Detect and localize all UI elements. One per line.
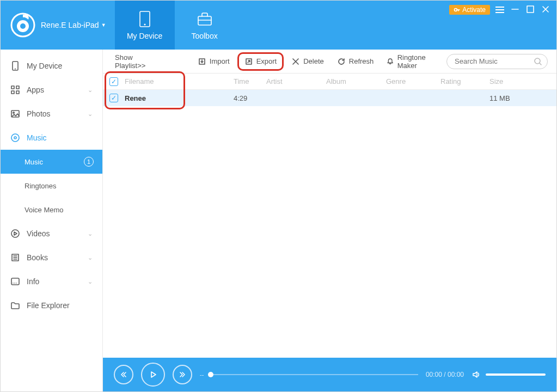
next-button[interactable] xyxy=(173,365,192,384)
svg-point-21 xyxy=(13,112,15,114)
sidebar-item-books[interactable]: Books ⌄ xyxy=(1,246,102,270)
sidebar-sub-label: Music xyxy=(25,158,43,166)
table-header: ✓ Filename Time Artist Album Genre Ratin… xyxy=(103,74,556,90)
sidebar-label: Music xyxy=(27,133,47,142)
toolbox-icon xyxy=(195,10,214,28)
col-size[interactable]: Size xyxy=(489,77,533,85)
sidebar-item-apps[interactable]: Apps ⌄ xyxy=(1,78,102,102)
sidebar-sub-label: Ringtones xyxy=(25,182,57,190)
device-label: Rene.E Lab-iPad xyxy=(41,21,99,29)
progress-slider[interactable] xyxy=(208,374,418,375)
sidebar-sub-music[interactable]: Music 1 xyxy=(1,150,102,174)
svg-point-23 xyxy=(14,137,16,139)
window-controls: Activate xyxy=(449,1,556,50)
apps-icon xyxy=(10,85,20,95)
chevron-down-icon: ⌄ xyxy=(88,254,93,261)
svg-rect-17 xyxy=(16,86,19,89)
select-all-checkbox[interactable]: ✓ xyxy=(109,77,118,86)
export-label: Export xyxy=(256,57,277,65)
refresh-icon xyxy=(337,57,346,66)
tab-my-device[interactable]: My Device xyxy=(115,1,175,50)
sidebar-sub-ringtones[interactable]: Ringtones xyxy=(1,174,102,198)
key-icon xyxy=(454,7,460,13)
body: My Device Apps ⌄ Photos ⌄ Music Music 1 xyxy=(1,50,556,391)
import-button[interactable]: Import xyxy=(192,54,235,69)
show-playlist-link[interactable]: Show Playlist>> xyxy=(112,51,161,72)
count-badge: 1 xyxy=(84,157,94,167)
refresh-button[interactable]: Refresh xyxy=(332,54,380,69)
col-genre[interactable]: Genre xyxy=(386,77,440,85)
activate-label: Activate xyxy=(462,6,486,14)
sidebar-item-file-explorer[interactable]: File Explorer xyxy=(1,293,102,317)
titlebar: Rene.E Lab-iPad ▼ My Device Toolbox Acti… xyxy=(1,1,556,50)
table-row[interactable]: ✓ Renee 4:29 11 MB xyxy=(103,90,556,106)
svg-point-22 xyxy=(11,134,19,142)
sidebar-item-my-device[interactable]: My Device xyxy=(1,54,102,78)
col-album[interactable]: Album xyxy=(326,77,386,85)
close-icon[interactable] xyxy=(541,5,550,14)
minimize-icon[interactable] xyxy=(511,5,519,14)
chevron-down-icon: ⌄ xyxy=(88,230,93,237)
col-rating[interactable]: Rating xyxy=(440,77,489,85)
maximize-icon[interactable] xyxy=(526,5,535,14)
sidebar-label: Apps xyxy=(27,85,44,94)
cell-time: 4:29 xyxy=(234,94,266,102)
cell-filename: Renee xyxy=(125,94,234,102)
svg-point-4 xyxy=(144,24,145,26)
books-icon xyxy=(10,253,20,262)
main: Show Playlist>> Import Export Delete Ref… xyxy=(103,50,556,391)
svg-point-2 xyxy=(20,23,26,29)
svg-point-32 xyxy=(16,283,17,284)
volume-slider[interactable] xyxy=(486,373,546,376)
svg-line-36 xyxy=(540,63,541,65)
progress-handle[interactable] xyxy=(208,372,213,377)
col-artist[interactable]: Artist xyxy=(266,77,326,85)
device-selector[interactable]: Rene.E Lab-iPad ▼ xyxy=(41,21,106,29)
device-icon xyxy=(10,61,20,71)
svg-point-31 xyxy=(14,283,15,284)
sidebar-item-music[interactable]: Music xyxy=(1,126,102,150)
music-icon xyxy=(10,133,20,143)
play-button[interactable] xyxy=(141,363,165,387)
logo-area: Rene.E Lab-iPad ▼ xyxy=(1,1,115,50)
app-window: Rene.E Lab-iPad ▼ My Device Toolbox Acti… xyxy=(0,0,557,392)
volume-icon[interactable] xyxy=(472,370,481,379)
chevron-down-icon: ⌄ xyxy=(88,111,93,118)
progress-area: -- xyxy=(200,371,418,378)
total-time: 00:00 xyxy=(448,371,464,378)
col-time[interactable]: Time xyxy=(234,77,266,85)
sidebar-sub-voice-memo[interactable]: Voice Memo xyxy=(1,198,102,222)
import-label: Import xyxy=(210,57,230,65)
dropdown-triangle-icon: ▼ xyxy=(101,22,106,28)
refresh-label: Refresh xyxy=(349,57,374,65)
ringtone-label: Ringtone Maker xyxy=(397,53,439,70)
toolbar: Show Playlist>> Import Export Delete Ref… xyxy=(103,50,556,74)
ringtone-maker-button[interactable]: Ringtone Maker xyxy=(381,50,444,73)
export-button[interactable]: Export xyxy=(237,52,284,71)
time-sep: / xyxy=(442,371,448,378)
time-display: 00:00 / 00:00 xyxy=(426,371,464,378)
delete-button[interactable]: Delete xyxy=(286,54,329,69)
activate-button[interactable]: Activate xyxy=(449,5,490,15)
tab-toolbox[interactable]: Toolbox xyxy=(175,1,235,50)
sidebar: My Device Apps ⌄ Photos ⌄ Music Music 1 xyxy=(1,50,103,391)
sidebar-label: Videos xyxy=(27,229,50,238)
folder-icon xyxy=(10,301,20,310)
sidebar-label: My Device xyxy=(27,62,62,70)
prev-icon xyxy=(120,371,127,378)
col-filename[interactable]: Filename xyxy=(125,77,234,85)
search-input[interactable] xyxy=(446,54,548,69)
sidebar-item-videos[interactable]: Videos ⌄ xyxy=(1,222,102,246)
svg-point-30 xyxy=(13,283,14,284)
tab-label: Toolbox xyxy=(191,32,217,40)
sidebar-item-photos[interactable]: Photos ⌄ xyxy=(1,102,102,126)
volume-control xyxy=(472,370,546,379)
sidebar-item-info[interactable]: Info ⌄ xyxy=(1,270,102,293)
search-wrap xyxy=(446,54,548,69)
menu-icon[interactable] xyxy=(495,5,504,14)
import-icon xyxy=(198,57,206,66)
svg-rect-29 xyxy=(11,278,19,285)
row-checkbox[interactable]: ✓ xyxy=(109,94,118,102)
player-bar: -- 00:00 / 00:00 xyxy=(103,358,556,391)
prev-button[interactable] xyxy=(114,365,133,384)
